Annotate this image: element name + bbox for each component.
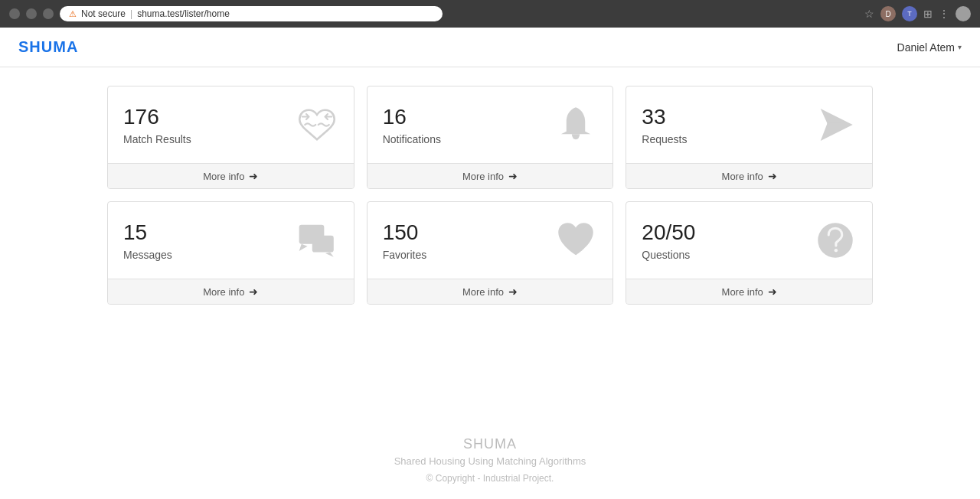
card-requests-info: 33 Requests (642, 104, 687, 145)
messages-arrow-icon: ➜ (249, 285, 258, 298)
address-warning-text: Not secure (81, 8, 126, 19)
address-separator: | (130, 8, 132, 19)
browser-back-btn[interactable] (9, 8, 20, 19)
requests-more-info[interactable]: More info ➜ (626, 163, 872, 188)
browser-chrome: ⚠ Not secure | shuma.test/lister/home ☆ … (0, 0, 980, 28)
card-favorites-info: 150 Favorites (383, 220, 427, 261)
menu-icon[interactable]: ⋮ (939, 8, 949, 20)
card-notifications: 16 Notifications More info ➜ (367, 86, 614, 189)
messages-label: Messages (123, 249, 172, 261)
card-questions-body: 20/50 Questions (626, 202, 872, 279)
requests-label: Requests (642, 133, 687, 145)
card-requests-body: 33 Requests (626, 86, 872, 163)
page-footer: SHUMA Shared Housing Using Matching Algo… (0, 412, 980, 499)
match-results-footer-text: More info (203, 171, 244, 182)
browser-refresh-btn[interactable] (43, 8, 54, 19)
requests-number: 33 (642, 104, 687, 130)
match-results-arrow-icon: ➜ (249, 170, 258, 182)
browser-address-bar[interactable]: ⚠ Not secure | shuma.test/lister/home (60, 6, 443, 21)
card-favorites-body: 150 Favorites (368, 202, 613, 279)
notifications-arrow-icon: ➜ (508, 170, 518, 182)
svg-rect-1 (312, 236, 333, 253)
questions-label: Questions (642, 249, 695, 261)
match-icon (296, 103, 338, 146)
footer-tagline: Shared Housing Using Matching Algorithms (0, 455, 980, 467)
card-notifications-body: 16 Notifications (368, 86, 613, 163)
heart-icon (554, 219, 597, 262)
card-notifications-info: 16 Notifications (383, 104, 441, 145)
card-match-results-body: 176 Match Results (108, 86, 354, 163)
username: Daniel Atem (897, 41, 955, 54)
questions-footer-text: More info (722, 286, 763, 298)
card-favorites: 150 Favorites More info ➜ (367, 201, 614, 305)
card-match-results: 176 Match Results More info ➜ (107, 86, 354, 189)
messages-number: 15 (123, 220, 172, 246)
match-results-more-info[interactable]: More info ➜ (108, 163, 354, 188)
favorites-footer-text: More info (462, 286, 504, 298)
card-match-results-info: 176 Match Results (123, 104, 191, 145)
send-icon (814, 103, 857, 146)
dashboard-grid: 176 Match Results More info ➜ (107, 86, 873, 305)
footer-copyright: © Copyright - Industrial Project. (0, 473, 980, 484)
navbar: SHUMA Daniel Atem ▾ (0, 28, 980, 67)
security-warning-icon: ⚠ (69, 9, 77, 19)
favorites-number: 150 (383, 220, 427, 246)
notifications-label: Notifications (383, 133, 441, 145)
questions-number: 20/50 (642, 220, 695, 246)
card-messages-body: 15 Messages (108, 202, 354, 279)
messages-more-info[interactable]: More info ➜ (108, 279, 354, 304)
match-results-number: 176 (123, 104, 191, 130)
question-icon (814, 219, 857, 262)
address-text: shuma.test/lister/home (137, 8, 230, 19)
card-messages: 15 Messages More info ➜ (107, 201, 354, 305)
favorites-more-info[interactable]: More info ➜ (368, 279, 613, 304)
card-messages-info: 15 Messages (123, 220, 172, 261)
user-avatar[interactable] (956, 6, 971, 21)
requests-arrow-icon: ➜ (768, 170, 777, 182)
notifications-more-info[interactable]: More info ➜ (368, 163, 613, 188)
browser-forward-btn[interactable] (26, 8, 37, 19)
card-questions-info: 20/50 Questions (642, 220, 695, 261)
questions-arrow-icon: ➜ (768, 285, 777, 298)
notifications-number: 16 (383, 104, 441, 130)
user-menu[interactable]: Daniel Atem ▾ (897, 41, 962, 54)
footer-brand: SHUMA (0, 436, 980, 452)
main-content: 176 Match Results More info ➜ (0, 67, 980, 412)
bell-icon (554, 103, 597, 146)
requests-footer-text: More info (722, 171, 763, 182)
bookmark-icon[interactable]: ☆ (864, 8, 874, 20)
match-results-label: Match Results (123, 133, 191, 145)
notifications-footer-text: More info (462, 171, 504, 182)
messages-footer-text: More info (203, 286, 244, 298)
card-questions: 20/50 Questions More info ➜ (626, 201, 873, 305)
puzzle-icon[interactable]: ⊞ (923, 8, 933, 20)
message-icon (296, 219, 338, 262)
browser-toolbar: ☆ D T ⊞ ⋮ (864, 6, 971, 21)
favorites-arrow-icon: ➜ (508, 285, 518, 298)
profile-icon[interactable]: D (880, 6, 896, 21)
brand-logo[interactable]: SHUMA (18, 38, 78, 56)
favorites-label: Favorites (383, 249, 427, 261)
questions-more-info[interactable]: More info ➜ (626, 279, 872, 304)
svg-point-3 (835, 249, 838, 252)
card-requests: 33 Requests More info ➜ (626, 86, 873, 189)
user-caret-icon: ▾ (958, 43, 962, 51)
extension-icon[interactable]: T (902, 6, 917, 21)
